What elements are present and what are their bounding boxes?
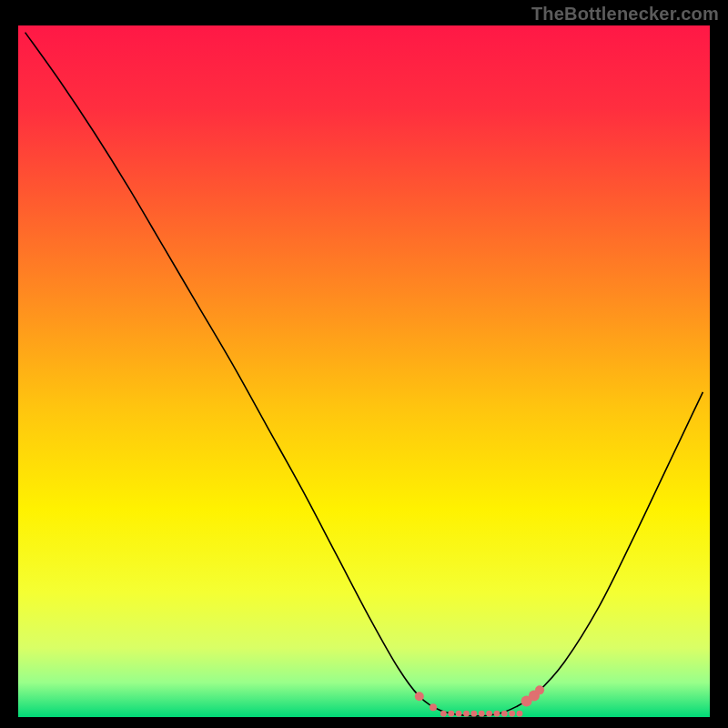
watermark-label: TheBottlenecker.com (531, 4, 719, 25)
sweet-spot-marker (430, 703, 437, 711)
sweet-spot-marker (463, 711, 470, 717)
sweet-spot-marker (415, 692, 424, 701)
sweet-spot-marker (479, 711, 485, 717)
sweet-spot-marker (509, 711, 515, 717)
sweet-spot-marker (456, 711, 462, 717)
gradient-background (18, 25, 710, 717)
sweet-spot-marker (494, 711, 500, 717)
sweet-spot-marker (486, 711, 492, 717)
chart-frame: TheBottlenecker.com (0, 0, 728, 728)
sweet-spot-marker (517, 711, 523, 717)
bottleneck-chart (18, 25, 710, 717)
sweet-spot-marker (501, 711, 508, 717)
plot-area (18, 25, 710, 717)
sweet-spot-marker (448, 711, 454, 717)
sweet-spot-marker (470, 711, 477, 717)
sweet-spot-marker (440, 711, 447, 717)
sweet-spot-marker (535, 685, 544, 694)
